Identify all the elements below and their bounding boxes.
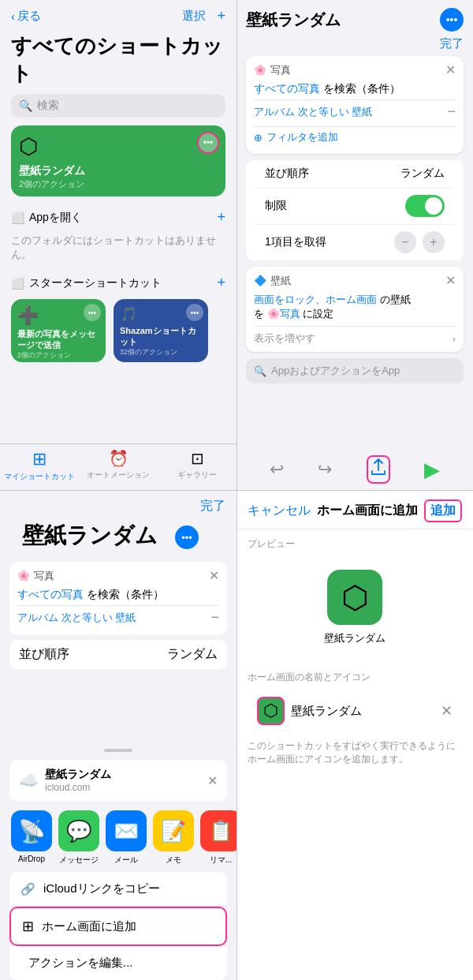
folder-label-2: スターターショートカット bbox=[29, 276, 162, 290]
stepper-plus[interactable]: + bbox=[423, 231, 445, 253]
share-sheet: ☁️ 壁紙ランダム icloud.com ✕ 📡 AirDrop 💬 メッセージ… bbox=[0, 741, 236, 980]
tab2-label: オートメーション bbox=[87, 469, 150, 481]
photo-icon: 🌸 bbox=[254, 64, 266, 76]
q3-order-row: 並び順序 ランダム bbox=[9, 640, 227, 669]
q2-done-button[interactable]: 完了 bbox=[440, 36, 464, 51]
add-home-label: ホーム画面に追加 bbox=[42, 919, 136, 934]
q2-menu-button[interactable]: ••• bbox=[440, 8, 464, 32]
share-app-reminder[interactable]: 📋 リマ... bbox=[197, 810, 236, 866]
edit-actions-item[interactable]: アクションを編集... bbox=[9, 946, 227, 980]
airdrop-icon: 📡 bbox=[11, 810, 52, 851]
share-action-list: 🔗 iCloudリンクをコピー ⊞ ホーム画面に追加 アクションを編集... bbox=[9, 872, 227, 980]
search-placeholder: 検索 bbox=[37, 99, 59, 113]
action2-type: 壁紙 bbox=[270, 274, 291, 288]
action2-close-button[interactable]: ✕ bbox=[445, 273, 456, 288]
q4-header: キャンセル ホーム画面に追加 追加 bbox=[236, 490, 473, 529]
share-app-memo[interactable]: 📝 メモ bbox=[150, 810, 197, 866]
tab-automation[interactable]: ⏰ オートメーション bbox=[79, 449, 158, 482]
q3-done-button[interactable]: 完了 bbox=[200, 498, 225, 514]
messages-icon: 💬 bbox=[58, 810, 99, 851]
preview-area: ⬡ 壁紙ランダム bbox=[248, 554, 462, 658]
grid-icon: ⊞ bbox=[32, 449, 47, 469]
add-button[interactable]: + bbox=[217, 8, 225, 24]
card-messages[interactable]: ➕ ••• 最新の写真をメッセージで送信 2個のアクション bbox=[11, 299, 106, 362]
search-placeholder-q2: AppおよびアクションをApp bbox=[271, 364, 400, 378]
copy-icloud-link-item[interactable]: 🔗 iCloudリンクをコピー bbox=[9, 872, 227, 907]
limit-toggle[interactable] bbox=[405, 195, 445, 217]
action-main-text: すべての写真 を検索（条件） bbox=[254, 82, 456, 96]
name-input[interactable] bbox=[291, 705, 441, 718]
card-menu-button[interactable]: ••• bbox=[197, 132, 219, 154]
share-app-mail[interactable]: ✉️ メール bbox=[102, 810, 150, 866]
shortcut-card-wallpaper[interactable]: ⬡ ••• 壁紙ランダム 2個のアクション bbox=[11, 125, 225, 196]
header-actions: 選択 + bbox=[182, 8, 225, 24]
messages-label: メッセージ bbox=[59, 855, 99, 866]
q3-photo-icon: 🌸 bbox=[17, 570, 30, 582]
folder-add-button[interactable]: + bbox=[217, 209, 225, 226]
back-button[interactable]: ‹ 戻る bbox=[11, 9, 41, 24]
link-icon: 🔗 bbox=[20, 882, 35, 896]
q2-header: 壁紙ランダム ••• bbox=[236, 0, 473, 36]
undo-button[interactable]: ↩ bbox=[270, 459, 284, 480]
edit-actions-label: アクションを編集... bbox=[28, 956, 133, 971]
add-description: このショートカットをすばやく実行できるようにホーム画面にアイコンを追加します。 bbox=[236, 733, 473, 766]
q3-remove-filter[interactable]: − bbox=[210, 609, 219, 626]
card3-title: Shazamショートカット bbox=[120, 326, 202, 346]
cancel-button[interactable]: キャンセル bbox=[248, 503, 311, 519]
share-button[interactable] bbox=[367, 455, 390, 484]
add-button-q4[interactable]: 追加 bbox=[424, 499, 462, 522]
card2-title: 最新の写真をメッセージで送信 bbox=[17, 329, 99, 350]
redo-button[interactable]: ↪ bbox=[318, 459, 332, 480]
folder-app-open: ⬜ Appを開く + bbox=[0, 204, 236, 230]
stepper: − + bbox=[394, 231, 445, 253]
params-section: 並び順序 ランダム 制限 1項目を取得 − + bbox=[246, 160, 464, 260]
icloud-sublabel: icloud.com bbox=[45, 782, 111, 793]
search-bar[interactable]: 🔍 検索 bbox=[11, 94, 225, 118]
action-close-button[interactable]: ✕ bbox=[445, 62, 456, 77]
icloud-close-button[interactable]: ✕ bbox=[207, 773, 218, 788]
add-filter-button[interactable]: ⊕ フィルタを追加 bbox=[254, 126, 456, 148]
share-app-messages[interactable]: 💬 メッセージ bbox=[55, 810, 102, 866]
tab-gallery[interactable]: ⊡ ギャラリー bbox=[158, 449, 236, 482]
starter-cards: ➕ ••• 最新の写真をメッセージで送信 2個のアクション 🎵 ••• Shaz… bbox=[0, 296, 236, 370]
mail-icon: ✉️ bbox=[106, 810, 147, 851]
action-filter-row: アルバム 次と等しい 壁紙 − bbox=[254, 99, 456, 123]
preview-app-name: 壁紙ランダム bbox=[324, 631, 385, 645]
remove-filter-button[interactable]: − bbox=[447, 103, 456, 120]
q3-action-card-photo: 🌸 写真 ✕ すべての写真 を検索（条件） アルバム 次と等しい 壁紙 − bbox=[9, 562, 227, 635]
wallpaper-action-text: 画面をロック、ホーム画面 の壁紙 を 🌸写真 に設定 bbox=[254, 293, 456, 321]
name-clear-button[interactable]: ✕ bbox=[441, 702, 453, 720]
chevron-left-icon: ‹ bbox=[11, 9, 15, 23]
q2-shortcut-detail: 壁紙ランダム ••• 完了 🌸 写真 ✕ すべての写真 を検索（条件） アルバム… bbox=[236, 0, 473, 490]
folder2-add-button[interactable]: + bbox=[217, 275, 225, 291]
reminder-icon: 📋 bbox=[200, 810, 236, 851]
share-app-airdrop[interactable]: 📡 AirDrop bbox=[8, 810, 55, 866]
tab-my-shortcuts[interactable]: ⊞ マイショートカット bbox=[0, 449, 79, 482]
q3-close-btn[interactable]: ✕ bbox=[209, 568, 219, 583]
play-button[interactable]: ▶ bbox=[424, 458, 440, 482]
folder-icon-2: ⬜ bbox=[11, 277, 24, 290]
tab1-label: マイショートカット bbox=[4, 471, 75, 482]
action-type-label: 写真 bbox=[270, 63, 291, 77]
q3-title: 壁紙ランダム bbox=[11, 518, 169, 557]
memo-icon: 📝 bbox=[153, 810, 194, 851]
card-shazam[interactable]: 🎵 ••• Shazamショートカット 32個のアクション bbox=[114, 299, 208, 362]
copy-icloud-label: iCloudリンクをコピー bbox=[43, 881, 160, 896]
memo-label: メモ bbox=[166, 855, 181, 866]
stepper-minus[interactable]: − bbox=[394, 231, 416, 253]
action-search-bar[interactable]: 🔍 AppおよびアクションをApp bbox=[246, 358, 464, 383]
action-card-wallpaper: 🔷 壁紙 ✕ 画面をロック、ホーム画面 の壁紙 を 🌸写真 に設定 表示を増やす… bbox=[246, 267, 464, 352]
plus-circle-icon: ⊕ bbox=[254, 132, 263, 144]
empty-folder-text: このフォルダにはショートカットはありません。 bbox=[0, 230, 236, 270]
order-param-row: 並び順序 ランダム bbox=[255, 160, 454, 187]
show-more-button[interactable]: 表示を増やす › bbox=[254, 326, 456, 346]
select-button[interactable]: 選択 bbox=[182, 9, 206, 24]
q1-header: ‹ 戻る 選択 + bbox=[0, 0, 236, 28]
add-home-icon: ⊞ bbox=[22, 918, 34, 935]
preview-label: プレビュー bbox=[236, 529, 473, 554]
folder-starter: ⬜ スターターショートカット + bbox=[0, 270, 236, 296]
card-subtitle: 2個のアクション bbox=[19, 178, 218, 190]
add-to-home-item[interactable]: ⊞ ホーム画面に追加 bbox=[9, 907, 227, 946]
q3-menu-button[interactable]: ••• bbox=[175, 526, 199, 549]
icloud-icon: ☁️ bbox=[19, 771, 39, 790]
